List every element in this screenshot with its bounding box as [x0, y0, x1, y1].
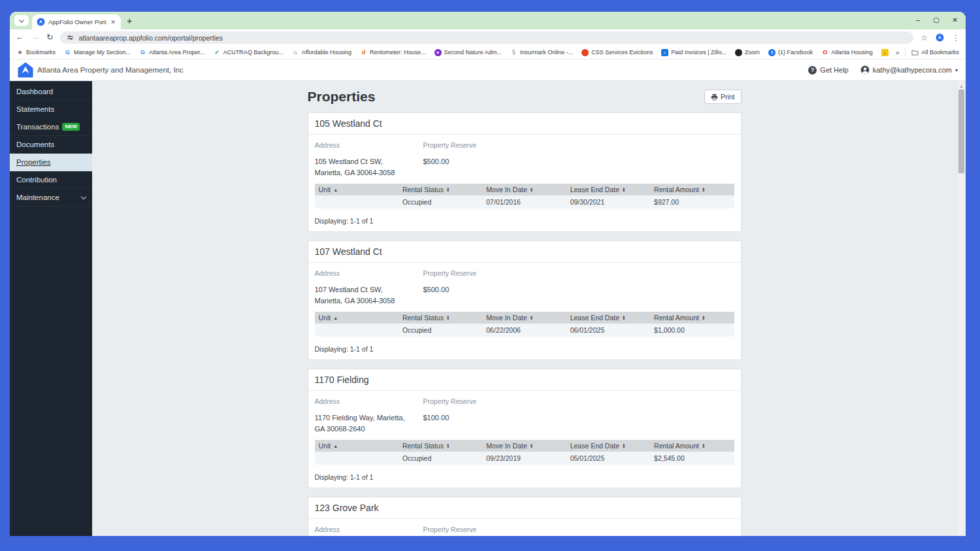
units-table: Unit▲Rental Status▲▼Move In Date▲▼Lease …: [315, 440, 734, 465]
profile-avatar[interactable]: [936, 33, 944, 42]
rental-status-cell: Occupied: [399, 195, 482, 209]
tab-search-button[interactable]: [14, 15, 29, 26]
column-header-move-in-date[interactable]: Move In Date▲▼: [482, 312, 566, 324]
close-button[interactable]: ✕: [953, 16, 958, 24]
bookmark-paid-invoices-zillow[interactable]: ⌂Paid Invoices | Zillo...: [661, 49, 727, 56]
column-header-rental-amount[interactable]: Rental Amount▲▼: [650, 184, 734, 195]
sort-ascending-icon: ▲: [333, 188, 338, 192]
scrollbar-up-arrow[interactable]: ▲: [960, 81, 964, 90]
column-header-lease-end-date[interactable]: Lease End Date▲▼: [566, 184, 650, 195]
rentometer-favicon: d: [360, 49, 367, 56]
bookmark-label: Atlanta Area Proper...: [149, 49, 205, 56]
site-settings-icon[interactable]: [67, 34, 74, 41]
sidebar-item-properties[interactable]: Properties: [10, 154, 92, 171]
bookmark-manage-my-section[interactable]: GManage My Section...: [64, 49, 131, 56]
column-header-inner: Lease End Date▲▼: [570, 314, 646, 322]
bookmark-acutraq-background[interactable]: ✓ACUTRAQ Backgrou...: [214, 49, 284, 56]
column-header-inner: Rental Status▲▼: [402, 186, 478, 193]
address-value: 107 Westland Ct SW, Marietta, GA 30064-3…: [315, 284, 423, 307]
column-header-inner: Unit▲: [319, 442, 395, 450]
bookmark-label: Zoom: [745, 49, 760, 56]
sort-down-glyph: ▼: [446, 318, 449, 320]
bookmark-label: CSS Services Evictions: [591, 49, 653, 56]
forward-button[interactable]: →: [31, 33, 40, 42]
bookmark-insurmark[interactable]: §Insurmark Online -...: [510, 49, 574, 56]
sidebar-item-maintenance[interactable]: Maintenance: [10, 189, 92, 207]
back-button[interactable]: ←: [16, 33, 24, 42]
column-header-unit[interactable]: Unit▲: [315, 184, 399, 195]
column-header-inner: Rental Amount▲▼: [654, 442, 730, 450]
address-block: Address105 Westland Ct SW, Marietta, GA …: [315, 141, 423, 178]
scrollbar-thumb[interactable]: [958, 90, 964, 173]
tab-strip: AppFolio Owner Portal | Proper ✕ + – ▢ ✕: [10, 12, 966, 29]
property-meta: Address1170 Fielding Way, Marietta, GA 3…: [315, 397, 734, 435]
sort-down-glyph: ▼: [530, 446, 533, 448]
property-card: 123 Grove ParkAddress123 Grove Park Ave,…: [308, 497, 742, 536]
get-help-link[interactable]: ? Get Help: [808, 66, 848, 75]
sidebar-item-statements[interactable]: Statements: [10, 101, 92, 118]
bookmarks-overflow-icon[interactable]: »: [896, 49, 900, 56]
column-header-move-in-date[interactable]: Move In Date▲▼: [482, 440, 566, 452]
sort-down-glyph: ▼: [702, 190, 705, 192]
column-header-rental-amount[interactable]: Rental Amount▲▼: [650, 440, 734, 452]
browser-tab[interactable]: AppFolio Owner Portal | Proper ✕: [32, 14, 121, 29]
bookmark-rentometer[interactable]: dRentometer: House...: [360, 49, 426, 56]
bookmark-facebook[interactable]: f(1) Facebook: [768, 49, 813, 56]
restore-button[interactable]: ▢: [933, 16, 939, 24]
column-header-lease-end-date[interactable]: Lease End Date▲▼: [566, 312, 650, 324]
column-header-unit[interactable]: Unit▲: [315, 312, 399, 324]
sidebar-item-documents[interactable]: Documents: [10, 136, 92, 154]
column-header-inner: Unit▲: [319, 186, 395, 193]
sort-down-glyph: ▼: [622, 446, 625, 448]
new-tab-button[interactable]: +: [127, 17, 132, 25]
column-header-lease-end-date[interactable]: Lease End Date▲▼: [566, 440, 650, 452]
page-scrollbar[interactable]: ▲: [956, 81, 966, 536]
column-header-rental-amount[interactable]: Rental Amount▲▼: [650, 312, 734, 324]
table-header-row: Unit▲Rental Status▲▼Move In Date▲▼Lease …: [315, 312, 734, 324]
all-bookmarks[interactable]: All Bookmarks: [911, 49, 959, 56]
bookmark-affordable-housing[interactable]: ⌂Affordable Housing: [292, 49, 351, 56]
sidebar-item-contribution[interactable]: Contribution: [10, 171, 92, 189]
user-icon: [860, 65, 870, 75]
new-badge: NEW: [62, 123, 80, 131]
reload-button[interactable]: ↻: [46, 33, 53, 42]
column-header-label: Move In Date: [486, 442, 527, 450]
address-bar[interactable]: atlantaareaprop.appfolio.com/oportal/pro…: [60, 31, 913, 44]
sort-down-glyph: ▼: [622, 190, 625, 192]
bookmark-atlanta-housing[interactable]: OAtlanta Housing: [821, 49, 873, 56]
browser-menu-icon[interactable]: ⋮: [952, 33, 960, 42]
property-reserve-value: $500.00: [423, 284, 734, 295]
tab-close-icon[interactable]: ✕: [110, 19, 116, 25]
rental-amount-cell: $927.00: [650, 195, 734, 209]
sidebar-item-dashboard[interactable]: Dashboard: [10, 83, 92, 101]
column-header-rental-status[interactable]: Rental Status▲▼: [399, 184, 482, 195]
move-in-date-cell: 07/01/2016: [482, 195, 566, 209]
minimize-button[interactable]: –: [917, 16, 921, 24]
print-button[interactable]: Print: [704, 90, 742, 104]
sort-down-glyph: ▼: [702, 446, 705, 448]
sort-icon: ▲▼: [622, 187, 625, 192]
folder-icon: [911, 50, 919, 56]
table-header-row: Unit▲Rental Status▲▼Move In Date▲▼Lease …: [315, 440, 734, 452]
property-reserve-value: $100.00: [423, 412, 734, 424]
bookmark-bookmarks[interactable]: ★Bookmarks: [16, 49, 56, 56]
column-header-move-in-date[interactable]: Move In Date▲▼: [482, 184, 566, 195]
bookmark-zoom[interactable]: Zoom: [735, 49, 760, 56]
get-help-label: Get Help: [820, 66, 848, 74]
rental-status-cell: Occupied: [399, 452, 482, 465]
bookmark-docusign-login[interactable]: ↓DocuSign Login - E...: [881, 49, 890, 56]
bookmark-label: Paid Invoices | Zillo...: [671, 49, 727, 56]
bookmark-css-services-evictions[interactable]: CSS Services Evictions: [581, 49, 653, 56]
bookmark-star-icon[interactable]: ☆: [921, 33, 928, 42]
sidebar-item-transactions[interactable]: TransactionsNEW: [10, 118, 92, 136]
property-name: 105 Westland Ct: [308, 113, 741, 135]
column-header-rental-status[interactable]: Rental Status▲▼: [399, 312, 482, 324]
bookmark-atlanta-area-properties[interactable]: GAtlanta Area Proper...: [139, 49, 205, 56]
column-header-unit[interactable]: Unit▲: [315, 440, 399, 452]
property-meta: Address105 Westland Ct SW, Marietta, GA …: [315, 141, 734, 178]
user-menu[interactable]: kathy@kathypecora.com ▾: [860, 65, 958, 75]
divider: [905, 48, 906, 56]
column-header-rental-status[interactable]: Rental Status▲▼: [399, 440, 482, 452]
bookmark-second-nature[interactable]: ♥Second Nature Adm...: [434, 49, 502, 56]
property-name: 123 Grove Park: [308, 497, 741, 519]
